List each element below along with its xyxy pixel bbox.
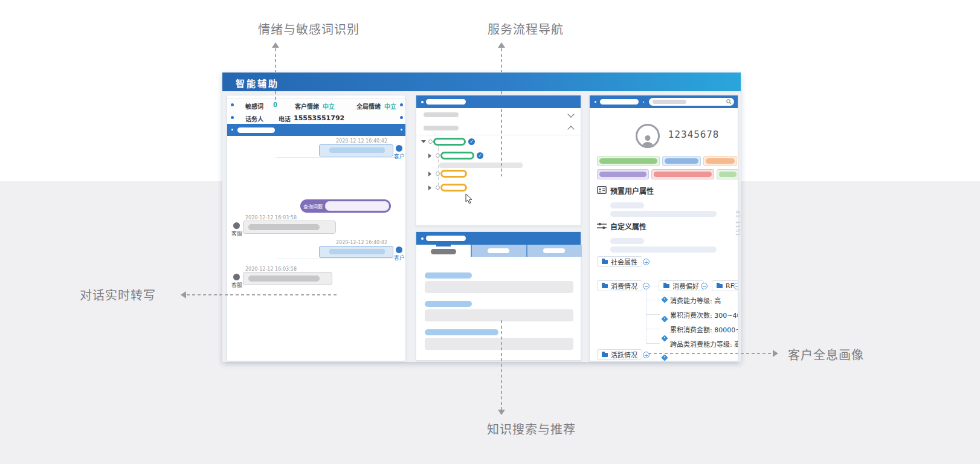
- annotation-knowledge-search: 知识搜索与推荐: [487, 420, 576, 437]
- knowledge-panel: [416, 231, 581, 361]
- flow-node-green[interactable]: [440, 152, 474, 160]
- result-title-placeholder: [425, 272, 472, 279]
- tree-connector-line: [646, 289, 646, 343]
- flow-section-collapsed[interactable]: [416, 108, 581, 122]
- global-emotion-label: 全局情绪: [356, 102, 381, 111]
- window-title: 智能辅助: [236, 77, 279, 89]
- customer-portrait-panel: 12345678 预置用户属性 自定义属性 社会属性: [589, 95, 738, 361]
- session-header-bar[interactable]: [227, 124, 405, 136]
- suggestion-tag-label: 查询问题: [303, 203, 323, 210]
- minus-circle-icon[interactable]: −: [643, 283, 650, 289]
- marker-dot-icon: [231, 129, 233, 130]
- annotation-dashed-line: [275, 91, 276, 102]
- user-tag-purple[interactable]: [597, 169, 649, 179]
- sliders-icon: [597, 222, 607, 230]
- message-time: 2020-12-12 16:03:58: [245, 266, 297, 272]
- annotation-dashed-line: [501, 48, 502, 72]
- knowledge-panel-title-placeholder: [426, 236, 466, 241]
- customer-avatar-label: 客户: [394, 254, 405, 262]
- customer-avatar: [396, 145, 402, 152]
- result-title-placeholder: [425, 301, 472, 307]
- tree-connector-line: [646, 300, 660, 300]
- agent-avatar-label: 客服: [231, 281, 242, 289]
- tab-label-placeholder: [488, 248, 509, 253]
- annotation-dashed-line: [275, 48, 276, 72]
- annotation-flow-navigation: 服务流程导航: [488, 20, 564, 37]
- tree-node-consumption[interactable]: 消费情况: [597, 280, 642, 291]
- flow-node-yellow[interactable]: [440, 184, 467, 192]
- window-edge-text: 41 1151: [735, 210, 741, 237]
- knowledge-tab-2[interactable]: [471, 245, 526, 257]
- minus-circle-icon[interactable]: −: [701, 283, 708, 289]
- flow-panel-header: [416, 95, 581, 108]
- transcription-panel: 敏感词 0 客户情绪 中立 全局情绪 中立 话务人 电话 15553551792…: [227, 95, 406, 361]
- active-tab-indicator: [436, 245, 451, 246]
- annotation-dashed-line: [501, 91, 502, 95]
- search-placeholder: [653, 100, 686, 104]
- marker-dot-icon: [231, 116, 234, 119]
- arrow-right-icon: [773, 350, 778, 357]
- agent-message-bubble: [243, 272, 332, 285]
- chat-transcript: 2020-12-12 16:40:42 客户 查询问题 2020-12-12 1…: [227, 136, 405, 361]
- result-title-placeholder: [425, 329, 498, 335]
- plus-circle-icon[interactable]: +: [643, 259, 650, 265]
- suggestion-text-placeholder: [325, 201, 389, 211]
- consumption-tag: 消费能力等级: 高: [670, 295, 721, 305]
- user-tag-light-green[interactable]: [717, 169, 738, 179]
- annotation-dashed-line: [187, 294, 338, 295]
- tree-node-activity[interactable]: 活跃情况: [597, 349, 642, 360]
- user-tag-red[interactable]: [651, 169, 714, 179]
- caller-info-row: 话务人 电话 15553551792: [227, 111, 405, 124]
- caret-right-icon[interactable]: [428, 153, 431, 158]
- portrait-panel-title-placeholder: [600, 99, 639, 105]
- minus-circle-icon[interactable]: −: [733, 283, 738, 289]
- result-item[interactable]: [425, 338, 573, 350]
- knowledge-tab-3[interactable]: [526, 245, 582, 257]
- marker-dot-icon: [421, 237, 424, 240]
- user-tag-green[interactable]: [597, 156, 660, 166]
- check-badge-icon: ✓: [468, 138, 475, 145]
- search-icon[interactable]: [726, 99, 732, 105]
- chevron-down-icon[interactable]: [567, 111, 574, 117]
- user-tag-blue[interactable]: [662, 156, 701, 166]
- tree-node-dot: [428, 140, 433, 144]
- tree-connector-line: [646, 343, 660, 344]
- marker-dot-icon: [421, 101, 424, 103]
- marker-dot-icon: [400, 116, 403, 119]
- flow-section-expanded[interactable]: [416, 121, 581, 135]
- tag-icon: [661, 296, 668, 303]
- arrow-up-icon: [272, 42, 279, 48]
- folder-icon: [717, 284, 723, 288]
- consumption-tag: 累积消费次数: 300~400: [670, 310, 738, 320]
- section-title-placeholder: [424, 126, 459, 130]
- customer-avatar-label: 客户: [394, 152, 405, 160]
- attribute-placeholder: [610, 202, 644, 208]
- sensitive-word-label: 敏感词: [245, 102, 263, 111]
- result-item[interactable]: [425, 281, 573, 293]
- chevron-up-icon[interactable]: [567, 126, 574, 132]
- knowledge-tab-active[interactable]: [416, 245, 471, 257]
- folder-icon: [663, 284, 669, 288]
- tree-node-dot: [436, 185, 440, 190]
- emotion-stats-row: 敏感词 0 客户情绪 中立 全局情绪 中立: [227, 98, 405, 112]
- operator-label: 话务人: [245, 114, 263, 123]
- tree-node-social[interactable]: 社会属性: [597, 256, 642, 267]
- result-item[interactable]: [425, 309, 573, 321]
- message-divider: [276, 259, 396, 259]
- flow-node-yellow[interactable]: [440, 170, 467, 178]
- user-tag-orange[interactable]: [703, 156, 737, 166]
- tree-node-preference[interactable]: 消费偏好: [659, 280, 704, 291]
- annotation-sentiment-recognition: 情绪与敏感词识别: [258, 20, 359, 37]
- suggestion-bubble[interactable]: 查询问题: [300, 199, 391, 213]
- customer-message-bubble: [319, 144, 393, 156]
- caret-right-icon[interactable]: [428, 172, 431, 176]
- flow-text-placeholder: [439, 163, 523, 168]
- attribute-placeholder: [610, 246, 717, 253]
- agent-avatar: [233, 274, 240, 280]
- caret-down-icon[interactable]: [421, 140, 426, 143]
- caret-right-icon[interactable]: [428, 185, 431, 190]
- flow-node-green[interactable]: [433, 138, 466, 146]
- message-time: 2020-12-12 16:40:42: [336, 240, 387, 245]
- search-input[interactable]: [649, 98, 734, 106]
- check-badge-icon: ✓: [477, 152, 483, 159]
